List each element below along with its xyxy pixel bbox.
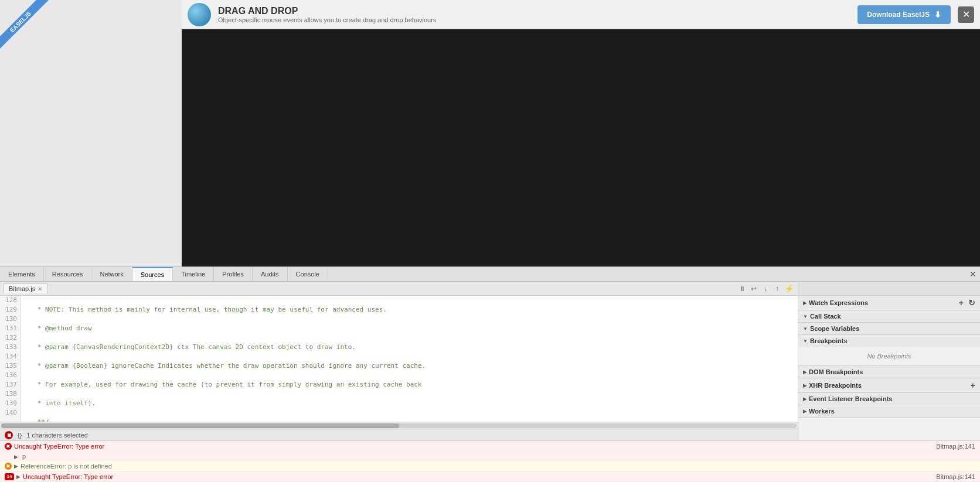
expand-icon-2[interactable]: ▶	[14, 463, 18, 469]
horizontal-scrollbar[interactable]	[0, 422, 798, 429]
event-listener-breakpoints-header[interactable]: ▶ Event Listener Breakpoints	[798, 393, 980, 405]
download-label: Download EaselJS	[867, 11, 930, 19]
watch-expressions-label: Watch Expressions	[809, 299, 868, 306]
add-watch-button[interactable]: +	[959, 298, 964, 307]
tab-profiles[interactable]: Profiles	[214, 267, 253, 281]
source-toolbar-icons: ⏸ ↩ ↓ ↑ ⚡	[737, 283, 794, 294]
tab-console[interactable]: Console	[288, 267, 328, 281]
error-icon-2: ✖	[5, 463, 12, 470]
banner-text: DRAG AND DROP Object-specific mouse even…	[218, 6, 850, 23]
breakpoints-label: Breakpoints	[810, 337, 848, 344]
workers-label: Workers	[809, 408, 835, 415]
file-tab-label: Bitmap.js	[9, 285, 35, 292]
download-icon: ⬇	[934, 10, 941, 19]
breakpoints-content: No Breakpoints	[798, 347, 980, 365]
tab-timeline[interactable]: Timeline	[173, 267, 214, 281]
callstack-collapse-icon: ▼	[803, 314, 808, 319]
tab-audits[interactable]: Audits	[253, 267, 288, 281]
expand-icon-3[interactable]: ▶	[16, 474, 21, 480]
download-button[interactable]: Download EaselJS ⬇	[858, 5, 951, 24]
devtools-body: Bitmap.js ✕ ⏸ ↩ ↓ ↑ ⚡ 128 129 130 131	[0, 282, 980, 440]
file-tab-close[interactable]: ✕	[38, 286, 42, 292]
error-expand-row: ▶ p	[0, 452, 980, 461]
dom-breakpoints-header[interactable]: ▶ DOM Breakpoints	[798, 366, 980, 378]
source-toolbar: Bitmap.js ✕ ⏸ ↩ ↓ ↑ ⚡	[0, 282, 798, 296]
error-text-3: Uncaught TypeError: Type error	[23, 473, 936, 480]
file-tab-bitmap[interactable]: Bitmap.js ✕	[4, 283, 47, 293]
source-panel: Bitmap.js ✕ ⏸ ↩ ↓ ↑ ⚡ 128 129 130 131	[0, 282, 798, 440]
error-row-1: ✖ Uncaught TypeError: Type error Bitmap.…	[0, 441, 980, 452]
banner-icon	[188, 3, 211, 26]
line-numbers: 128 129 130 131 132 133 134 135 136 137 …	[0, 296, 21, 422]
close-icon: ✕	[962, 9, 970, 20]
status-bar: ⏹ {} 1 characters selected	[0, 429, 798, 440]
workers-collapse-icon: ▶	[803, 409, 807, 414]
error-link-1[interactable]: Bitmap.js:141	[936, 443, 975, 450]
banner: DRAG AND DROP Object-specific mouse even…	[182, 0, 980, 29]
call-stack-label: Call Stack	[810, 313, 841, 320]
xhr-breakpoints-header[interactable]: ▶ XHR Breakpoints +	[798, 378, 980, 392]
add-xhr-button[interactable]: +	[971, 381, 975, 390]
error-console: ✖ Uncaught TypeError: Type error Bitmap.…	[0, 440, 980, 482]
workers-header[interactable]: ▶ Workers	[798, 405, 980, 417]
xhr-breakpoints-label: XHR Breakpoints	[809, 382, 862, 389]
code-line: * @param {Boolean} ignoreCache Indicates…	[26, 361, 793, 371]
right-panel-toolbar	[798, 282, 980, 296]
scope-collapse-icon: ▼	[803, 326, 808, 331]
code-line: * NOTE: This method is mainly for intern…	[26, 305, 793, 315]
watch-collapse-icon: ▶	[803, 300, 807, 306]
scope-variables-section: ▼ Scope Variables	[798, 323, 980, 335]
error-row-2: ✖ ▶ ReferenceError: p is not defined	[0, 461, 980, 471]
step-into-button[interactable]: ↓	[760, 283, 771, 294]
code-line: * into itself).	[26, 399, 793, 408]
watch-expressions-header[interactable]: ▶ Watch Expressions + ↻	[798, 296, 980, 310]
refresh-watch-button[interactable]: ↻	[968, 298, 975, 307]
call-stack-section: ▼ Call Stack	[798, 310, 980, 323]
scrollbar-track[interactable]	[1, 423, 797, 428]
watermark: EASELJS	[0, 0, 70, 70]
breakpoints-section: ▼ Breakpoints No Breakpoints	[798, 335, 980, 366]
error-link-3[interactable]: Bitmap.js:141	[936, 473, 975, 480]
step-out-button[interactable]: ↑	[772, 283, 782, 294]
tab-network[interactable]: Network	[91, 267, 132, 281]
xhr-breakpoints-section: ▶ XHR Breakpoints +	[798, 378, 980, 393]
dom-breakpoints-label: DOM Breakpoints	[809, 368, 863, 375]
pause-button[interactable]: ⏸	[737, 283, 747, 294]
right-panel-content: ▶ Watch Expressions + ↻ ▼ Call Stack	[798, 296, 980, 440]
scope-variables-label: Scope Variables	[810, 325, 859, 332]
selected-text-status: 1 characters selected	[26, 432, 88, 439]
error-row-3: 14 ▶ Uncaught TypeError: Type error Bitm…	[0, 471, 980, 482]
xhr-bp-collapse-icon: ▶	[803, 383, 807, 388]
dom-bp-collapse-icon: ▶	[803, 370, 807, 375]
error-icon-1: ✖	[5, 443, 12, 450]
devtools-tabs: Elements Resources Network Sources Timel…	[0, 266, 980, 282]
event-listener-breakpoints-label: Event Listener Breakpoints	[809, 395, 892, 402]
code-line: * @param {CanvasRenderingContext2D} ctx …	[26, 343, 793, 352]
deactivate-breakpoints-button[interactable]: ⚡	[784, 283, 794, 294]
call-stack-header[interactable]: ▼ Call Stack	[798, 310, 980, 322]
code-line: **/	[26, 418, 793, 422]
expand-triangle[interactable]: ▶	[14, 454, 18, 460]
code-area[interactable]: 128 129 130 131 132 133 134 135 136 137 …	[0, 296, 798, 422]
error-text-2: ReferenceError: p is not defined	[21, 463, 975, 470]
event-bp-collapse-icon: ▶	[803, 396, 807, 402]
step-over-button[interactable]: ↩	[748, 283, 759, 294]
devtools-panel: Elements Resources Network Sources Timel…	[0, 266, 980, 482]
tab-sources[interactable]: Sources	[132, 267, 173, 281]
no-breakpoints-text: No Breakpoints	[803, 349, 975, 363]
tab-elements[interactable]: Elements	[0, 267, 44, 281]
banner-title: DRAG AND DROP	[218, 6, 850, 16]
tab-resources[interactable]: Resources	[44, 267, 92, 281]
expand-text: p	[22, 453, 26, 460]
devtools-close-button[interactable]: ✕	[969, 269, 976, 279]
error-text-1: Uncaught TypeError: Type error	[14, 443, 936, 450]
watch-expressions-section: ▶ Watch Expressions + ↻	[798, 296, 980, 310]
banner-close-button[interactable]: ✕	[958, 6, 974, 23]
code-content: * NOTE: This method is mainly for intern…	[21, 296, 798, 422]
scope-variables-header[interactable]: ▼ Scope Variables	[798, 323, 980, 334]
banner-subtitle: Object-specific mouse events allows you …	[218, 16, 850, 23]
scrollbar-thumb[interactable]	[1, 423, 399, 428]
breakpoints-header[interactable]: ▼ Breakpoints	[798, 335, 980, 347]
workers-section: ▶ Workers	[798, 405, 980, 418]
dom-breakpoints-section: ▶ DOM Breakpoints	[798, 366, 980, 378]
